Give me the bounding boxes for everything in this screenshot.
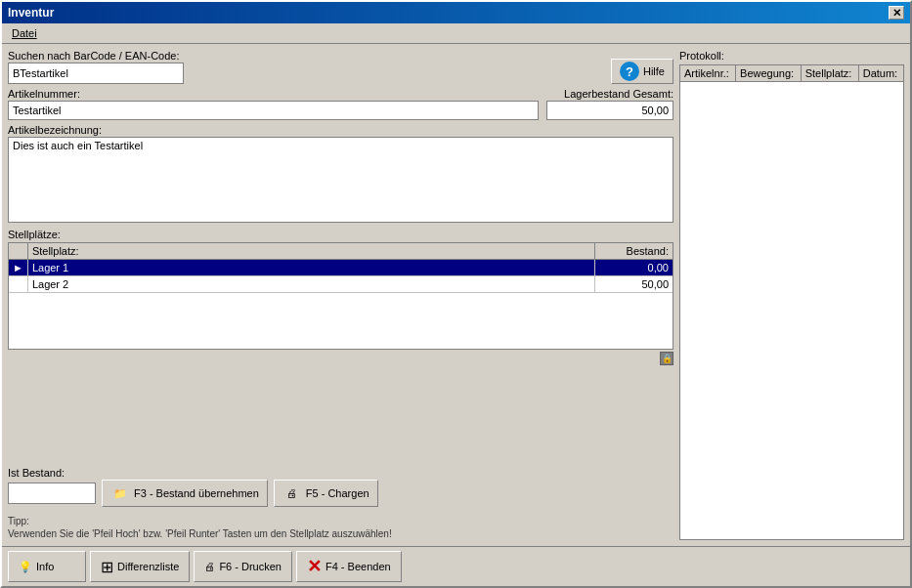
artikelnummer-group: Artikelnummer:: [8, 88, 539, 120]
f4-label: F4 - Beenden: [326, 561, 391, 572]
search-input[interactable]: [8, 63, 184, 84]
main-window: Inventur ✕ Datei Suchen nach BarCode / E…: [0, 0, 912, 588]
f3-label: F3 - Bestand übernehmen: [134, 487, 259, 499]
bulb-icon: 💡: [19, 561, 32, 573]
differenzliste-label: Differenzliste: [117, 561, 179, 572]
ist-bestand-row: 📁 F3 - Bestand übernehmen 🖨 F5 - Chargen: [8, 480, 673, 507]
proto-col-datum: Datum:: [858, 65, 903, 82]
x-icon: ✕: [307, 556, 322, 577]
printer-icon: 🖨: [204, 561, 215, 572]
stellplaetze-section: Stellplätze: Stellplatz: Bestand:: [8, 229, 673, 463]
col-stellplatz: Stellplatz:: [27, 243, 594, 260]
artikelnummer-input[interactable]: [8, 101, 539, 120]
artikelbezeichnung-textarea[interactable]: Dies ist auch ein Testartikel: [8, 137, 673, 223]
differenzliste-button[interactable]: ⊞ Differenzliste: [90, 551, 190, 582]
lagerbestand-label: Lagerbestand Gesamt:: [546, 88, 673, 100]
f6-drucken-button[interactable]: 🖨 F6 - Drucken: [194, 551, 292, 582]
info-button[interactable]: 💡 Info: [8, 551, 86, 582]
search-group: Suchen nach BarCode / EAN-Code:: [8, 50, 605, 84]
ist-bestand-label: Ist Bestand:: [8, 467, 673, 479]
f5-chargen-button[interactable]: 🖨 F5 - Chargen: [274, 480, 378, 507]
bottom-buttons: 💡 Info ⊞ Differenzliste 🖨 F6 - Drucken ✕…: [2, 546, 910, 586]
proto-table: Artikelnr.: Bewegung: Stellplatz: Datum:: [680, 65, 903, 82]
search-row: Suchen nach BarCode / EAN-Code: ? Hilfe: [8, 50, 673, 84]
protokoll-label: Protokoll:: [679, 50, 904, 62]
lock-icon: 🔒: [660, 352, 673, 365]
chargen-icon: 🖨: [282, 483, 302, 503]
table-row[interactable]: Lager 2 50,00: [9, 276, 673, 293]
stellplaetze-table-container: Stellplatz: Bestand: ► Lager 1 0,00: [8, 242, 673, 350]
artikelbezeichnung-group: Artikelbezeichnung: Dies ist auch ein Te…: [8, 124, 673, 225]
close-button[interactable]: ✕: [889, 6, 904, 20]
menu-bar: Datei: [2, 23, 910, 44]
stellplaetze-table: Stellplatz: Bestand: ► Lager 1 0,00: [9, 243, 673, 293]
help-icon: ?: [620, 62, 639, 81]
protokoll-table: Artikelnr.: Bewegung: Stellplatz: Datum:: [679, 64, 904, 540]
menu-datei[interactable]: Datei: [6, 25, 43, 41]
row-arrow: ►: [9, 260, 27, 276]
table-row[interactable]: ► Lager 1 0,00: [9, 260, 673, 276]
artikelnummer-label: Artikelnummer:: [8, 88, 539, 100]
help-button[interactable]: ? Hilfe: [611, 59, 673, 84]
stellplaetze-bottom: 🔒: [8, 352, 673, 365]
f4-beenden-button[interactable]: ✕ F4 - Beenden: [296, 551, 402, 582]
col-arrow: [9, 243, 27, 260]
folder-icon: 📁: [110, 483, 130, 503]
ist-bestand-input[interactable]: [8, 483, 96, 504]
title-bar: Inventur ✕: [2, 2, 910, 23]
row-arrow: [9, 276, 27, 293]
content-area: Suchen nach BarCode / EAN-Code: ? Hilfe …: [2, 44, 910, 546]
search-label: Suchen nach BarCode / EAN-Code:: [8, 50, 605, 62]
tipp-text: Verwenden Sie die 'Pfeil Hoch' bzw. 'Pfe…: [8, 528, 392, 539]
left-panel: Suchen nach BarCode / EAN-Code: ? Hilfe …: [8, 50, 673, 540]
f5-label: F5 - Chargen: [306, 487, 369, 499]
row-bestand: 50,00: [594, 276, 673, 293]
right-panel: Protokoll: Artikelnr.: Bewegung: Stellpl…: [679, 50, 904, 540]
proto-col-bewegung: Bewegung:: [736, 65, 802, 82]
proto-col-artikelnr: Artikelnr.:: [680, 65, 736, 82]
artikelbezeichnung-label: Artikelbezeichnung:: [8, 124, 673, 136]
row-stellplatz: Lager 2: [27, 276, 594, 293]
f3-bestand-button[interactable]: 📁 F3 - Bestand übernehmen: [102, 480, 268, 507]
info-label: Info: [36, 561, 54, 572]
lagerbestand-input: [546, 101, 673, 120]
proto-col-stellplatz: Stellplatz:: [801, 65, 858, 82]
col-bestand: Bestand:: [594, 243, 673, 260]
row-bestand: 0,00: [594, 260, 673, 276]
row-stellplatz: Lager 1: [27, 260, 594, 276]
stellplaetze-label: Stellplätze:: [8, 229, 673, 240]
tipp-label: Tipp:: [8, 516, 29, 526]
help-label: Hilfe: [643, 65, 665, 77]
window-title: Inventur: [8, 6, 54, 20]
artikelnummer-row: Artikelnummer: Lagerbestand Gesamt:: [8, 88, 673, 120]
lagerbestand-group: Lagerbestand Gesamt:: [546, 88, 673, 120]
table-icon: ⊞: [101, 558, 113, 576]
ist-bestand-section: Ist Bestand: 📁 F3 - Bestand übernehmen 🖨…: [8, 467, 673, 507]
tipp-area: Tipp: Verwenden Sie die 'Pfeil Hoch' bzw…: [8, 515, 673, 540]
f6-label: F6 - Drucken: [219, 561, 282, 572]
